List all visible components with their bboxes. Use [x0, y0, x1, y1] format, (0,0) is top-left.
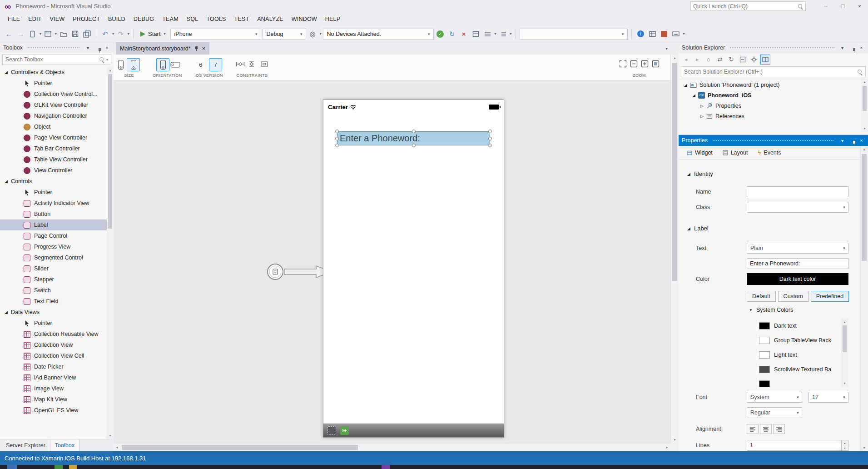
ios-version-6-button[interactable]: 6 — [196, 60, 206, 70]
tree-item-references[interactable]: ▷ References — [679, 111, 868, 121]
toolbox-scrollbar[interactable]: ▴ ▾ — [107, 67, 114, 439]
color-default-button[interactable]: Default — [747, 291, 776, 302]
fullscreen-icon[interactable] — [619, 60, 627, 69]
scrollbar-thumb[interactable] — [108, 74, 112, 229]
toolbox-search[interactable]: ▾ — [2, 54, 111, 65]
drag-grip[interactable] — [27, 47, 80, 49]
add-window-icon[interactable] — [43, 28, 53, 40]
redo-chevron-icon[interactable]: ▾ — [128, 32, 129, 36]
menu-team[interactable]: TEAM — [158, 12, 183, 26]
solution-explorer-search[interactable] — [681, 66, 866, 77]
label-text-input[interactable] — [747, 258, 848, 269]
lines-input[interactable] — [747, 440, 842, 451]
frame-constraint-icon[interactable] — [260, 61, 268, 69]
menu-sql[interactable]: SQL — [183, 12, 203, 26]
device-combo[interactable]: iPhone ▾ — [170, 29, 261, 40]
window-position-chevron-icon[interactable]: ▾ — [839, 138, 846, 143]
new-file-icon[interactable] — [27, 28, 38, 40]
empty-combo[interactable]: ▾ — [520, 29, 628, 40]
toolbox-item[interactable]: Collection Reusable View — [0, 329, 107, 339]
close-icon[interactable]: × — [202, 45, 205, 52]
menu-project[interactable]: PROJECT — [69, 12, 104, 26]
toolbox-item[interactable]: Segmented Control — [0, 252, 107, 263]
section-identity[interactable]: ◢ Identity — [687, 170, 713, 177]
info-icon[interactable]: i — [635, 28, 646, 40]
color-predefined-button[interactable]: Predefined — [811, 291, 849, 302]
font-family-dropdown[interactable]: System▾ — [747, 392, 802, 403]
tab-layout[interactable]: Layout — [718, 146, 753, 159]
toolbox-item[interactable]: Slider — [0, 263, 107, 274]
preview-selected-icon[interactable] — [760, 55, 770, 65]
quick-launch[interactable] — [690, 1, 806, 11]
back-icon[interactable]: ◂ — [681, 55, 691, 65]
scroll-down-icon[interactable]: ▾ — [861, 125, 868, 132]
taskbar-start-icon[interactable] — [7, 465, 17, 469]
add-window-chevron-icon[interactable]: ▾ — [55, 32, 57, 36]
editor-horizontal-scrollbar[interactable]: ◂ ▸ — [114, 443, 670, 451]
toolbox-item[interactable]: iAd Banner View — [0, 372, 107, 383]
scrollbar-thumb[interactable] — [843, 325, 847, 352]
scroll-left-icon[interactable]: ◂ — [114, 444, 120, 451]
attach-chevron-icon[interactable]: ▾ — [320, 32, 322, 36]
properties-scrollbar[interactable]: ▴ ▾ — [860, 146, 868, 451]
refresh-icon[interactable]: ↻ — [726, 55, 736, 65]
menu-tools[interactable]: TOOLS — [202, 12, 230, 26]
save-all-icon[interactable] — [82, 28, 92, 40]
keyboard-icon[interactable] — [671, 28, 681, 40]
selected-label-control[interactable]: Enter a Phoneword: — [337, 131, 490, 145]
pin-icon[interactable] — [194, 46, 198, 51]
resize-handle[interactable] — [488, 144, 492, 147]
minimize-button[interactable]: − — [818, 0, 834, 12]
toolbox-item[interactable]: Navigation Controller — [0, 110, 107, 121]
menu-test[interactable]: TEST — [230, 12, 253, 26]
align-left-button[interactable] — [747, 424, 759, 434]
cancel-build-icon[interactable]: × — [459, 28, 469, 40]
quick-launch-input[interactable] — [693, 3, 798, 10]
resize-handle[interactable] — [412, 144, 416, 147]
toolbox-item[interactable]: View Controller — [0, 165, 107, 176]
toolbox-section-controls[interactable]: ◢ Controls — [0, 176, 107, 187]
open-folder-icon[interactable] — [58, 28, 69, 40]
iphone-design-surface[interactable]: Carrier Enter a Phoneword: — [323, 100, 504, 438]
close-icon[interactable]: × — [858, 138, 865, 143]
scroll-up-icon[interactable]: ▴ — [841, 319, 848, 325]
toolbox-item[interactable]: Progress View — [0, 241, 107, 252]
tab-server-explorer[interactable]: Server Explorer — [1, 439, 50, 451]
close-icon[interactable]: × — [858, 45, 865, 50]
attach-target-icon[interactable]: ◎ — [308, 28, 318, 40]
zoom-in-icon[interactable] — [641, 60, 649, 69]
menu-view[interactable]: VIEW — [45, 12, 69, 26]
resize-handle[interactable] — [488, 137, 492, 140]
step-icon[interactable] — [471, 28, 481, 40]
resize-handle[interactable] — [335, 130, 339, 133]
toolbox-item[interactable]: Pointer — [0, 78, 107, 89]
close-icon[interactable]: × — [104, 45, 110, 50]
scrollbar-thumb[interactable] — [672, 63, 677, 281]
toolbox-item[interactable]: Map Kit View — [0, 394, 107, 405]
toolbox-search-input[interactable] — [5, 56, 97, 63]
search-options-chevron-icon[interactable]: ▾ — [106, 58, 108, 62]
class-dropdown[interactable]: ▾ — [747, 202, 848, 213]
toolbox-item[interactable]: Text Field — [0, 296, 107, 307]
tree-item-project[interactable]: ◢ C# Phoneword_iOS — [679, 90, 868, 100]
system-color-item[interactable]: Light text — [759, 348, 848, 362]
list-members-icon[interactable] — [498, 28, 508, 40]
toolbox-item[interactable]: Tab Bar Controller — [0, 143, 107, 154]
taskbar-vs-icon[interactable] — [382, 465, 390, 469]
taskbar-folder-icon[interactable] — [69, 465, 77, 469]
maximize-button[interactable]: □ — [834, 0, 851, 12]
toolbox-item-label-selected[interactable]: Label — [0, 220, 107, 230]
start-debug-button[interactable]: Start ▾ — [137, 28, 169, 40]
drag-grip[interactable] — [729, 47, 834, 49]
feedback-icon[interactable] — [659, 28, 670, 40]
color-swatch[interactable]: Dark text color — [747, 273, 848, 285]
toolbar-options-chevron-icon[interactable]: ▾ — [683, 32, 685, 36]
lines-stepper[interactable]: ▴ ▾ — [842, 440, 848, 451]
toolbox-item[interactable]: Collection View Cell — [0, 350, 107, 361]
tab-toolbox[interactable]: Toolbox — [50, 439, 79, 451]
fit-page-icon[interactable] — [652, 60, 660, 69]
scrollbar-thumb[interactable] — [122, 445, 358, 450]
toolbox-item[interactable]: Stepper — [0, 274, 107, 285]
toolbox-item[interactable]: Switch — [0, 285, 107, 296]
section-label-props[interactable]: ◢ Label — [687, 225, 709, 232]
